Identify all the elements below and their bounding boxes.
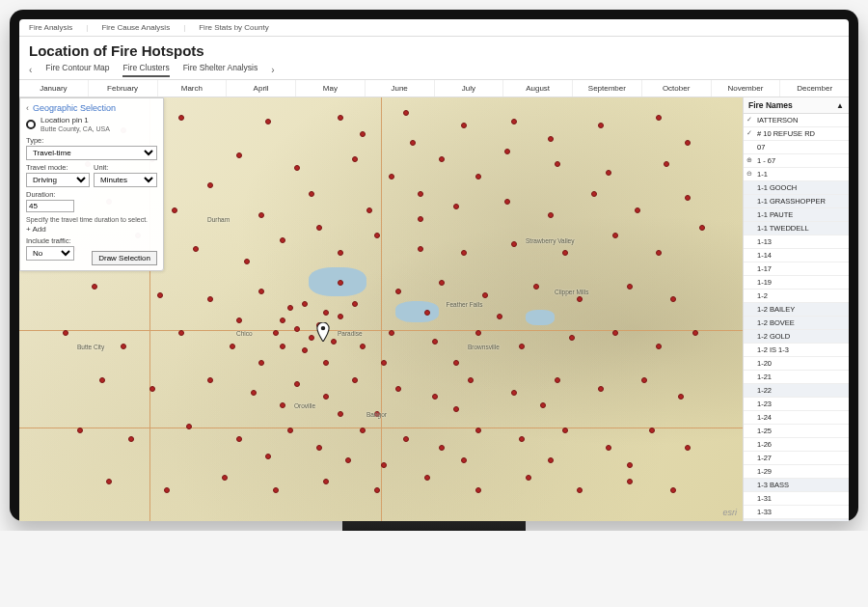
- hotspot-dot[interactable]: [309, 191, 314, 197]
- hotspot-dot[interactable]: [338, 411, 343, 417]
- hotspot-dot[interactable]: [439, 280, 445, 286]
- hotspot-dot[interactable]: [280, 237, 285, 243]
- hotspot-dot[interactable]: [511, 390, 517, 396]
- sort-arrow-icon[interactable]: ▲: [836, 101, 844, 110]
- hotspot-dot[interactable]: [533, 284, 539, 290]
- duration-input[interactable]: [26, 200, 74, 212]
- hotspot-dot[interactable]: [461, 250, 467, 256]
- sidebar-list[interactable]: ✓IATTERSON✓# 10 REFUSE RD07⊕1 - 67⊖1-11-…: [744, 114, 849, 521]
- hotspot-dot[interactable]: [635, 207, 640, 213]
- hotspot-dot[interactable]: [178, 115, 184, 121]
- list-item[interactable]: ⊖1-1: [744, 168, 849, 181]
- hotspot-dot[interactable]: [519, 344, 525, 349]
- list-item[interactable]: 1-33: [744, 506, 849, 519]
- hotspot-dot[interactable]: [598, 386, 604, 392]
- month-tab[interactable]: June: [366, 80, 435, 97]
- sidebar-heading[interactable]: Fire Names ▲: [744, 97, 849, 114]
- month-tab[interactable]: February: [89, 80, 158, 97]
- hotspot-dot[interactable]: [699, 225, 705, 231]
- hotspot-dot[interactable]: [685, 140, 691, 146]
- hotspot-dot[interactable]: [424, 310, 430, 316]
- hotspot-dot[interactable]: [157, 292, 163, 298]
- month-tab[interactable]: May: [296, 80, 366, 97]
- topnav-item[interactable]: Fire Cause Analysis: [101, 23, 170, 32]
- list-item[interactable]: 1-23: [744, 398, 849, 411]
- hotspot-dot[interactable]: [685, 445, 691, 451]
- hotspot-dot[interactable]: [418, 246, 423, 252]
- hotspot-dot[interactable]: [222, 475, 228, 481]
- list-item[interactable]: 1-1 GRASSHOPPER: [744, 195, 849, 208]
- tab-clusters[interactable]: Fire Clusters: [122, 63, 169, 77]
- hotspot-dot[interactable]: [606, 170, 611, 176]
- hotspot-dot[interactable]: [302, 301, 308, 307]
- hotspot-dot[interactable]: [482, 292, 488, 298]
- hotspot-dot[interactable]: [649, 428, 655, 433]
- hotspot-dot[interactable]: [410, 140, 416, 146]
- hotspot-dot[interactable]: [627, 462, 633, 468]
- hotspot-dot[interactable]: [577, 487, 583, 493]
- hotspot-dot[interactable]: [548, 212, 554, 218]
- hotspot-dot[interactable]: [280, 344, 285, 349]
- list-item[interactable]: 1-22: [744, 384, 849, 398]
- month-tab[interactable]: April: [227, 80, 296, 97]
- list-item[interactable]: 1-2 IS 1-3: [744, 344, 849, 357]
- hotspot-dot[interactable]: [360, 131, 366, 137]
- hotspot-dot[interactable]: [230, 344, 235, 349]
- hotspot-dot[interactable]: [172, 207, 177, 213]
- list-item[interactable]: 1-27: [744, 452, 849, 465]
- hotspot-dot[interactable]: [461, 457, 467, 463]
- travel-mode-select[interactable]: Driving: [26, 173, 90, 187]
- hotspot-dot[interactable]: [360, 428, 366, 433]
- month-tab[interactable]: July: [435, 80, 504, 97]
- list-item[interactable]: 07: [744, 141, 849, 154]
- hotspot-dot[interactable]: [323, 310, 329, 316]
- month-tab[interactable]: September: [573, 80, 642, 97]
- list-item[interactable]: 1-1 TWEDDELL: [744, 222, 849, 235]
- hotspot-dot[interactable]: [381, 462, 387, 468]
- hotspot-dot[interactable]: [186, 424, 192, 429]
- add-button[interactable]: + Add: [26, 225, 46, 234]
- list-item[interactable]: 1-14: [744, 249, 849, 262]
- hotspot-dot[interactable]: [251, 390, 257, 396]
- hotspot-dot[interactable]: [548, 457, 554, 463]
- list-item[interactable]: 1-24: [744, 411, 849, 425]
- hotspot-dot[interactable]: [562, 428, 568, 433]
- topnav-item[interactable]: Fire Analysis: [29, 23, 72, 32]
- month-tab[interactable]: August: [503, 80, 573, 97]
- hotspot-dot[interactable]: [207, 182, 213, 188]
- hotspot-dot[interactable]: [641, 377, 647, 383]
- hotspot-dot[interactable]: [128, 436, 134, 442]
- list-item[interactable]: ✓# 10 REFUSE RD: [744, 127, 849, 141]
- hotspot-dot[interactable]: [548, 136, 554, 142]
- hotspot-dot[interactable]: [244, 259, 250, 264]
- chevron-left-icon[interactable]: ‹: [26, 103, 29, 113]
- list-item[interactable]: 1-2 GOLD: [744, 330, 849, 344]
- month-tab[interactable]: November: [712, 80, 781, 97]
- tab-shelter[interactable]: Fire Shelter Analysis: [183, 63, 258, 77]
- hotspot-dot[interactable]: [475, 428, 481, 433]
- month-tab[interactable]: December: [780, 80, 849, 97]
- hotspot-dot[interactable]: [504, 149, 510, 154]
- hotspot-dot[interactable]: [678, 394, 684, 400]
- hotspot-dot[interactable]: [389, 330, 394, 336]
- hotspot-dot[interactable]: [403, 436, 409, 442]
- hotspot-dot[interactable]: [352, 301, 358, 307]
- hotspot-dot[interactable]: [316, 445, 322, 451]
- hotspot-dot[interactable]: [309, 335, 314, 341]
- hotspot-dot[interactable]: [207, 377, 213, 383]
- hotspot-dot[interactable]: [577, 296, 583, 302]
- hotspot-dot[interactable]: [453, 204, 459, 209]
- hotspot-dot[interactable]: [555, 377, 560, 383]
- hotspot-dot[interactable]: [569, 335, 575, 341]
- list-item[interactable]: 1-35: [744, 519, 849, 521]
- hotspot-dot[interactable]: [193, 246, 199, 252]
- hotspot-dot[interactable]: [418, 216, 423, 222]
- hotspot-dot[interactable]: [389, 174, 394, 179]
- hotspot-dot[interactable]: [591, 191, 597, 197]
- list-item[interactable]: 1-29: [744, 465, 849, 479]
- chevron-right-icon[interactable]: ›: [271, 65, 274, 75]
- hotspot-dot[interactable]: [338, 250, 343, 256]
- type-select[interactable]: Travel-time: [26, 146, 157, 160]
- hotspot-dot[interactable]: [149, 386, 155, 392]
- hotspot-dot[interactable]: [664, 161, 669, 167]
